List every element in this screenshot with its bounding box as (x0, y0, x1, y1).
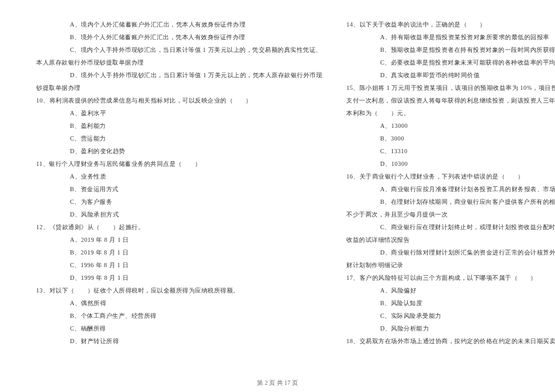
text-line: B、境外个人外汇储蓄账户外汇汇出，凭本人有效身份证件办理 (36, 31, 322, 43)
text-line: 18、交易双方在场外市场上通过协商，按约定的价格在约定的未来日期买卖某种标的金融… (346, 335, 555, 347)
text-line: 收益的试详细情况报告 (346, 233, 555, 246)
text-line: B、3000 (346, 132, 555, 145)
text-line: 钞提取单据办理 (36, 81, 322, 94)
text-line: C、1996 年 8 月 1 日 (36, 259, 322, 271)
text-line: B、2019 年 8 月 1 日 (36, 246, 322, 259)
text-line: B、风险认知度 (346, 297, 555, 309)
right-column: 14、以下关于收益率的说法中，正确的是（ ）A、持有期收益率是指投资某投资对象所… (334, 18, 555, 377)
text-line: D、真实收益率即货币的纯时间价值 (346, 69, 555, 81)
text-line: C、13310 (346, 145, 555, 157)
text-line: D、盈利的变化趋势 (36, 145, 322, 157)
text-line: A、偶然所得 (36, 297, 322, 309)
text-line: 本人原存款银行外币现钞提取单据办理 (36, 56, 322, 69)
text-line: 14、以下关于收益率的说法中，正确的是（ ） (346, 18, 555, 31)
text-line: D、风险承担方式 (36, 208, 322, 221)
text-line: A、境内个人外汇储蓄账户外汇汇出，凭本人有效身份证件办理 (36, 18, 322, 31)
text-line: 10、将利润表提供的经营成果信息与相关指标对比，可以反映企业的（ ） (36, 94, 322, 107)
text-line: 12、《贷款通则》从（ ）起施行。 (36, 221, 322, 233)
text-line: 11、银行个人理财业务与居民储蓄业务的共同点是（ ） (36, 157, 322, 170)
text-line: B、资金运用方式 (36, 183, 322, 195)
text-line: 本利和为（ ）元。 (346, 107, 555, 119)
text-line: C、稿酬所得 (36, 322, 322, 335)
page-footer: 第 2 页 共 17 页 (0, 379, 555, 387)
text-line: 16、关于商业银行个人理财业务，下列表述中错误的是（ ） (346, 170, 555, 183)
text-line: B、个体工商户生产、经营所得 (36, 309, 322, 322)
text-line: A、持有期收益率是指投资某投资对象所要求的最低的回报率 (346, 31, 555, 43)
text-line: D、1999 年 8 月 1 日 (36, 271, 322, 284)
text-line: D、风险分析能力 (346, 322, 555, 335)
text-line: A、商业银行应按月准备理财计划各投资工具的财务报表、市场表现情况及相关材料 (346, 183, 555, 195)
text-line: B、预期收益率是指投资者在持有投资对象的一段时间内所获得的收益率 (346, 43, 555, 56)
text-line: C、商业银行应在理财计划终止时，或理财计划投资收益分配时，向客户提供理财计划投资… (346, 221, 555, 233)
text-line: A、业务性质 (36, 170, 322, 183)
text-line: C、必要收益率是指投资对象未来可能获得的各种收益率的平均值 (346, 56, 555, 69)
text-line: 财计划制作明细记录 (346, 259, 555, 271)
text-line: A、风险偏好 (346, 284, 555, 297)
text-line: D、财产转让所得 (36, 335, 322, 347)
text-line: D、境外个人手持外币现钞汇出，当日累计等值 1 万美元以上的，凭本人原存款银行外… (36, 69, 322, 81)
text-line: B、在理财计划存续期间，商业银行应向客户提供客户所有的相关资产的账单，账单提供应 (346, 195, 555, 208)
text-line: C、实际风险承受能力 (346, 309, 555, 322)
text-line: A、13000 (346, 119, 555, 132)
text-line: A、盈利水平 (36, 107, 322, 119)
text-line: 支付一次利息，假设该投资人将每年获得的利息继续投资，则该投资人三年投资期满将获得… (346, 94, 555, 107)
text-line: D、10300 (346, 157, 555, 170)
left-column: A、境内个人外汇储蓄账户外汇汇出，凭本人有效身份证件办理B、境外个人外汇储蓄账户… (30, 18, 334, 377)
text-line: 15、陈小姐将 1 万元用于投资某项目，该项目的预期收益率为 10%，项目投资期… (346, 81, 555, 94)
text-line: 13、对以下（ ）征收个人所得税时，应以全额所得为应纳税所得额。 (36, 284, 322, 297)
text-line: C、境内个人手持外币现钞汇出，当日累计等值 1 万美元以上的，凭交易额的真实性凭… (36, 43, 322, 56)
text-line: C、为客户服务 (36, 195, 322, 208)
text-line: B、盈利能力 (36, 119, 322, 132)
text-line: 17、客户的风险特征可以由三个方面构成，以下哪项不属于（ ） (346, 271, 555, 284)
text-line: A、2019 年 8 月 1 日 (36, 233, 322, 246)
text-line: C、营运能力 (36, 132, 322, 145)
text-line: D、商业银行除对理财计划所汇集的资金进行正常的会计核算外，还应为每进一入个测试理 (346, 246, 555, 259)
text-line: 不少于两次，并且至少每月提供一次 (346, 208, 555, 221)
